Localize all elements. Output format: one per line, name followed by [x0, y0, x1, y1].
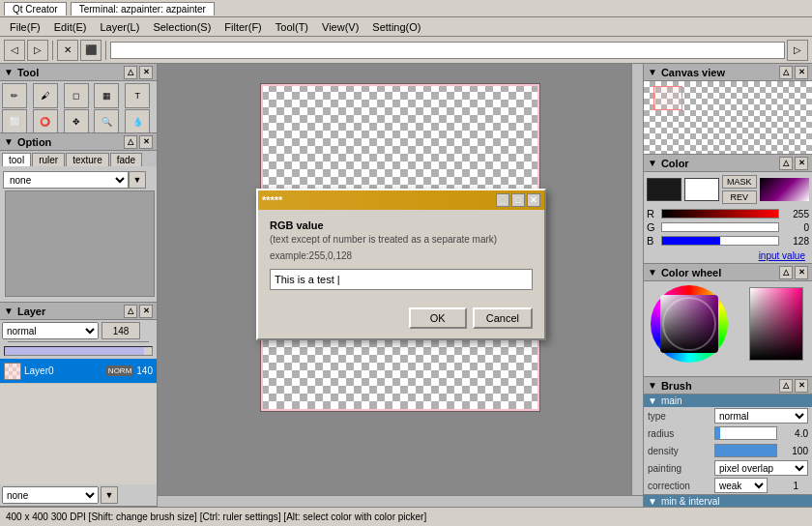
dialog-max-icon[interactable]: □ — [511, 193, 525, 207]
dialog-input[interactable] — [270, 269, 533, 290]
dialog-ok-btn[interactable]: OK — [409, 307, 467, 329]
dialog-cancel-btn[interactable]: Cancel — [473, 307, 533, 329]
dialog-title-text: ***** — [262, 194, 282, 206]
dialog-example: example:255,0,128 — [270, 250, 533, 261]
rgb-dialog: ***** _ □ ✕ RGB value (text except of nu… — [256, 189, 546, 340]
dialog-overlay: ***** _ □ ✕ RGB value (text except of nu… — [0, 0, 812, 526]
dialog-buttons: OK Cancel — [258, 300, 544, 338]
dialog-title-bar: ***** _ □ ✕ — [258, 190, 544, 210]
dialog-min-icon[interactable]: _ — [496, 193, 509, 207]
dialog-subtext: (text except of number is treated as a s… — [270, 234, 533, 245]
dialog-heading: RGB value — [270, 219, 533, 231]
dialog-title-icons: _ □ ✕ — [496, 193, 540, 207]
dialog-body: RGB value (text except of number is trea… — [258, 210, 544, 300]
dialog-close-icon[interactable]: ✕ — [527, 193, 540, 207]
